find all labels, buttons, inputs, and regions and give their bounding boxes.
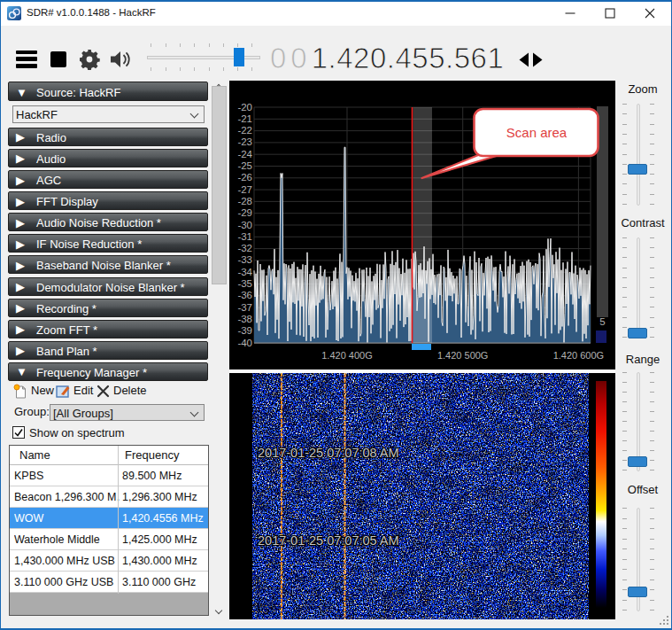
- svg-text:-25: -25: [237, 160, 252, 171]
- svg-text:-27: -27: [237, 184, 252, 195]
- svg-text:1.420 400G: 1.420 400G: [321, 350, 373, 361]
- svg-text:-36: -36: [237, 290, 252, 300]
- svg-text:-39: -39: [237, 325, 252, 336]
- svg-text:-21: -21: [237, 113, 252, 124]
- svg-text:-23: -23: [237, 136, 252, 147]
- svg-text:-32: -32: [237, 243, 252, 253]
- svg-text:-30: -30: [237, 220, 252, 230]
- svg-text:2017-01-25 07:07:08 AM: 2017-01-25 07:07:08 AM: [258, 446, 399, 460]
- svg-text:-40: -40: [237, 338, 252, 348]
- svg-text:1.420 500G: 1.420 500G: [437, 350, 489, 361]
- svg-text:-26: -26: [237, 172, 252, 183]
- svg-text:-22: -22: [237, 125, 252, 136]
- svg-text:-20: -20: [237, 102, 252, 113]
- svg-text:-28: -28: [237, 196, 252, 206]
- svg-text:-31: -31: [237, 231, 252, 242]
- svg-text:2017-01-25 07:07:05 AM: 2017-01-25 07:07:05 AM: [258, 533, 399, 548]
- svg-text:-29: -29: [237, 207, 252, 218]
- svg-text:5: 5: [599, 316, 605, 327]
- svg-text:-24: -24: [237, 149, 252, 159]
- svg-text:-35: -35: [237, 278, 252, 289]
- svg-text:1.420 600G: 1.420 600G: [553, 350, 605, 361]
- svg-text:-34: -34: [237, 267, 252, 277]
- svg-text:-33: -33: [237, 254, 252, 265]
- svg-text:Scan area: Scan area: [506, 125, 568, 140]
- svg-text:-37: -37: [237, 302, 252, 313]
- svg-text:-38: -38: [237, 314, 252, 324]
